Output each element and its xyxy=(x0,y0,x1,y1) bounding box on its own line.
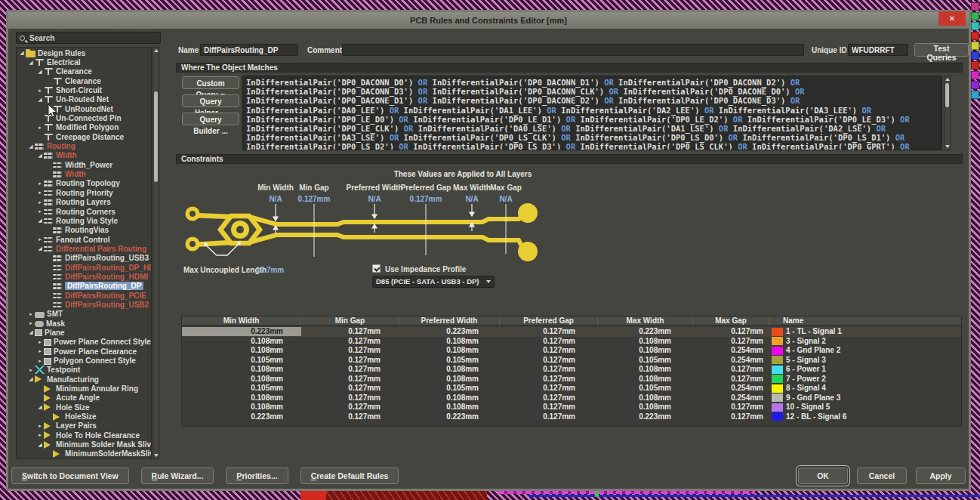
table-column-header[interactable]: Max Gap xyxy=(693,316,769,326)
expander-collapsed-icon[interactable]: ▸ xyxy=(36,357,44,365)
table-cell[interactable]: 0.105mm xyxy=(598,356,693,365)
scrollbar-thumb[interactable] xyxy=(154,91,158,182)
tree-item[interactable]: ▸Hole To Hole Clearance xyxy=(17,431,151,440)
expander-collapsed-icon[interactable]: ▸ xyxy=(36,347,44,355)
table-cell[interactable]: 0.254mm xyxy=(693,356,769,365)
dialog-titlebar[interactable]: PCB Rules and Constraints Editor [mm] ✕ xyxy=(8,12,969,29)
unique-id-input[interactable] xyxy=(848,44,908,56)
table-row[interactable]: 0.108mm0.127mm0.108mm0.127mm0.108mm0.127… xyxy=(182,375,961,384)
expander-collapsed-icon[interactable]: ▸ xyxy=(27,319,35,327)
table-cell[interactable]: 0.108mm xyxy=(182,346,301,355)
expander-collapsed-icon[interactable]: ▸ xyxy=(36,180,44,187)
table-cell[interactable]: 0.127mm xyxy=(693,337,769,346)
table-cell[interactable]: 0.223mm xyxy=(598,412,693,421)
layer-name-cell[interactable]: 9 - Gnd Plane 3 xyxy=(769,394,961,403)
ok-button[interactable]: OK xyxy=(798,468,848,484)
table-cell[interactable]: 0.108mm xyxy=(598,403,693,412)
tree-item[interactable]: ▸Routing Topology xyxy=(17,179,151,188)
table-cell[interactable]: 0.105mm xyxy=(598,384,693,393)
tree-item[interactable]: Clearance xyxy=(17,76,151,85)
table-cell[interactable]: 0.127mm xyxy=(500,384,598,393)
table-row[interactable]: 0.223mm0.127mm0.223mm0.127mm0.223mm0.127… xyxy=(182,412,961,422)
table-cell[interactable]: 0.127mm xyxy=(693,327,769,336)
tree-item[interactable]: ▸Power Plane Clearance xyxy=(17,347,151,356)
table-row[interactable]: 0.105mm0.127mm0.105mm0.127mm0.105mm0.254… xyxy=(182,384,961,394)
tree-item[interactable]: DiffPairsRouting_PCIE xyxy=(17,291,151,300)
layer-name-cell[interactable]: 4 - Gnd Plane 2 xyxy=(769,346,961,355)
table-cell[interactable]: 0.223mm xyxy=(399,412,500,421)
table-cell[interactable]: 0.127mm xyxy=(500,356,598,365)
tree-item[interactable]: ◢Routing xyxy=(17,141,151,150)
table-cell[interactable]: 0.127mm xyxy=(500,412,598,421)
table-column-header[interactable]: Min Width xyxy=(182,316,301,326)
tree-item[interactable]: DiffPairsRouting_DP xyxy=(17,282,151,291)
table-row[interactable]: 0.223mm0.127mm0.223mm0.127mm0.223mm0.127… xyxy=(182,327,961,337)
table-cell[interactable]: 0.127mm xyxy=(301,394,399,403)
expander-expanded-icon[interactable]: ◢ xyxy=(36,217,44,224)
query-builder-button[interactable]: Query Builder ... xyxy=(182,113,239,125)
table-cell[interactable]: 0.127mm xyxy=(301,384,399,393)
table-cell[interactable]: 0.223mm xyxy=(598,327,693,336)
expander-collapsed-icon[interactable]: ▸ xyxy=(36,124,44,131)
table-cell[interactable]: 0.127mm xyxy=(500,327,598,336)
table-cell[interactable]: 0.108mm xyxy=(182,365,301,374)
layer-name-cell[interactable]: 8 - Signal 4 xyxy=(769,384,961,393)
tree-item[interactable]: UnRoutedNet xyxy=(17,104,151,113)
table-cell[interactable]: 0.127mm xyxy=(301,365,399,374)
table-cell[interactable]: 0.108mm xyxy=(182,403,301,412)
expander-expanded-icon[interactable]: ◢ xyxy=(27,143,35,150)
close-icon[interactable]: ✕ xyxy=(938,11,966,26)
tree-item[interactable]: ▸SMT xyxy=(17,310,151,319)
table-cell[interactable]: 0.223mm xyxy=(182,412,301,421)
table-cell[interactable]: 0.254mm xyxy=(693,394,769,403)
tree-item[interactable]: ▸Mask xyxy=(17,319,151,328)
expander-collapsed-icon[interactable]: ▸ xyxy=(36,338,44,346)
table-column-header[interactable]: Preferred Width xyxy=(399,316,500,326)
table-cell[interactable]: 0.108mm xyxy=(399,375,500,384)
table-cell[interactable]: 0.254mm xyxy=(693,346,769,355)
table-cell[interactable]: 0.108mm xyxy=(399,394,500,403)
table-cell[interactable]: 0.223mm xyxy=(182,327,301,336)
table-row[interactable]: 0.108mm0.127mm0.108mm0.127mm0.108mm0.127… xyxy=(182,403,961,412)
tree-scrollbar[interactable] xyxy=(153,47,159,459)
table-cell[interactable]: 0.127mm xyxy=(301,346,399,355)
expander-collapsed-icon[interactable]: ▸ xyxy=(27,366,35,374)
table-cell[interactable]: 0.127mm xyxy=(301,375,399,384)
tree-item[interactable]: MinimumSolderMaskSliver xyxy=(17,449,151,458)
tree-item[interactable]: ◢Clearance xyxy=(17,67,151,76)
expander-collapsed-icon[interactable]: ▸ xyxy=(36,236,44,243)
table-row[interactable]: 0.105mm0.127mm0.105mm0.127mm0.105mm0.254… xyxy=(182,356,961,366)
tree-item[interactable]: DiffPairsRouting_USB2 xyxy=(17,300,151,309)
comment-input[interactable] xyxy=(342,44,804,56)
tree-item[interactable]: Un-Connected Pin xyxy=(17,113,151,122)
layer-name-cell[interactable]: 1 - TL - Signal 1 xyxy=(769,327,961,336)
expander-collapsed-icon[interactable]: ▸ xyxy=(36,422,44,430)
tree-item[interactable]: DiffPairsRouting_USB3 xyxy=(17,254,151,263)
table-cell[interactable]: 0.127mm xyxy=(693,412,769,421)
cancel-button[interactable]: Cancel xyxy=(857,468,907,484)
tree-item[interactable]: ▸Short-Circuit xyxy=(17,85,151,94)
tree-item[interactable]: ▸Polygon Connect Style xyxy=(17,356,151,365)
expander-expanded-icon[interactable]: ◢ xyxy=(18,49,26,57)
impedance-profile-select[interactable]: D85 (PCIE - SATA - USB3 - DP) xyxy=(372,276,495,288)
table-cell[interactable]: 0.108mm xyxy=(598,365,693,374)
layer-name-cell[interactable]: 10 - Signal 5 xyxy=(769,403,961,412)
expander-expanded-icon[interactable]: ◢ xyxy=(36,403,44,411)
table-cell[interactable]: 0.108mm xyxy=(399,346,500,355)
tree-item[interactable]: Width xyxy=(17,169,151,178)
table-cell[interactable]: 0.108mm xyxy=(182,375,301,384)
scroll-down-icon[interactable] xyxy=(945,145,950,148)
tree-item[interactable]: ▸Testpoint xyxy=(17,366,151,375)
custom-query-dropdown[interactable]: Custom Query xyxy=(182,76,239,89)
apply-button[interactable]: Apply xyxy=(916,468,966,484)
layer-name-cell[interactable]: 3 - Signal 2 xyxy=(769,337,961,346)
layer-name-cell[interactable]: 7 - Power 2 xyxy=(769,375,961,384)
tree-item[interactable]: ◢Un-Routed Net xyxy=(17,95,151,104)
layer-name-cell[interactable]: 12 - BL - Signal 6 xyxy=(769,412,961,421)
tree-item[interactable]: RoutingVias xyxy=(17,226,151,235)
table-cell[interactable]: 0.108mm xyxy=(598,394,693,403)
footer-button[interactable]: Create Default Rules xyxy=(300,468,399,484)
table-column-header[interactable]: Preferred Gap xyxy=(500,316,598,326)
table-row[interactable]: 0.108mm0.127mm0.108mm0.127mm0.108mm0.254… xyxy=(182,346,961,356)
table-cell[interactable]: 0.108mm xyxy=(399,337,500,346)
